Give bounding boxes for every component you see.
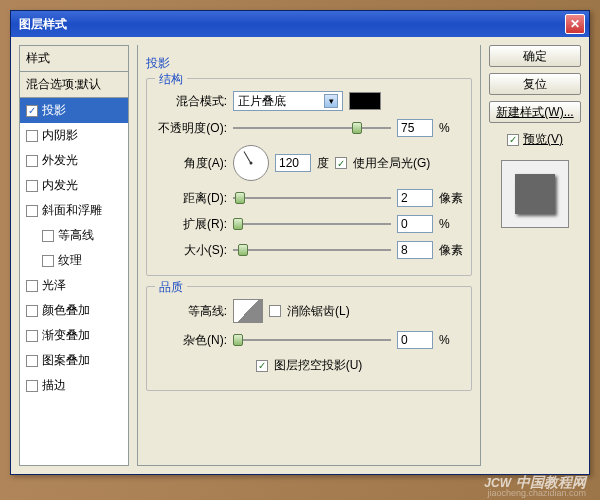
style-checkbox[interactable]: [26, 280, 38, 292]
layer-style-dialog: 图层样式 ✕ 样式 混合选项:默认 ✓投影内阴影外发光内发光斜面和浮雕等高线纹理…: [10, 10, 590, 475]
global-light-checkbox[interactable]: ✓: [335, 157, 347, 169]
style-checkbox[interactable]: [26, 180, 38, 192]
style-checkbox[interactable]: [42, 255, 54, 267]
style-item[interactable]: 斜面和浮雕: [20, 198, 128, 223]
distance-input[interactable]: [397, 189, 433, 207]
shadow-color-swatch[interactable]: [349, 92, 381, 110]
angle-dial[interactable]: [233, 145, 269, 181]
style-item-label: 图案叠加: [42, 352, 90, 369]
blend-defaults[interactable]: 混合选项:默认: [20, 72, 128, 98]
structure-fieldset: 结构 混合模式: 正片叠底 ▾ 不透明度(O): % 角度(A):: [146, 78, 472, 276]
knockout-label[interactable]: 图层挖空投影(U): [274, 357, 363, 374]
noise-input[interactable]: [397, 331, 433, 349]
style-item-label: 颜色叠加: [42, 302, 90, 319]
blend-mode-label: 混合模式:: [155, 93, 227, 110]
distance-slider[interactable]: [233, 190, 391, 206]
style-checkbox[interactable]: [26, 205, 38, 217]
style-item[interactable]: 描边: [20, 373, 128, 398]
style-item[interactable]: ✓投影: [20, 98, 128, 123]
style-item-label: 光泽: [42, 277, 66, 294]
styles-list: 样式 混合选项:默认 ✓投影内阴影外发光内发光斜面和浮雕等高线纹理光泽颜色叠加渐…: [19, 45, 129, 466]
style-item-label: 外发光: [42, 152, 78, 169]
style-item[interactable]: 内发光: [20, 173, 128, 198]
contour-label: 等高线:: [155, 303, 227, 320]
size-slider[interactable]: [233, 242, 391, 258]
opacity-label: 不透明度(O):: [155, 120, 227, 137]
opacity-unit: %: [439, 121, 463, 135]
new-style-button[interactable]: 新建样式(W)...: [489, 101, 581, 123]
antialias-label[interactable]: 消除锯齿(L): [287, 303, 350, 320]
style-item-label: 描边: [42, 377, 66, 394]
spread-unit: %: [439, 217, 463, 231]
antialias-checkbox[interactable]: [269, 305, 281, 317]
style-item[interactable]: 纹理: [20, 248, 128, 273]
titlebar[interactable]: 图层样式 ✕: [11, 11, 589, 37]
spread-label: 扩展(R):: [155, 216, 227, 233]
style-checkbox[interactable]: [26, 355, 38, 367]
chevron-down-icon: ▾: [324, 94, 338, 108]
style-item[interactable]: 图案叠加: [20, 348, 128, 373]
global-light-label[interactable]: 使用全局光(G): [353, 155, 430, 172]
blend-mode-select[interactable]: 正片叠底 ▾: [233, 91, 343, 111]
preview-swatch: [515, 174, 555, 214]
noise-slider[interactable]: [233, 332, 391, 348]
size-input[interactable]: [397, 241, 433, 259]
style-item[interactable]: 内阴影: [20, 123, 128, 148]
knockout-checkbox[interactable]: ✓: [256, 360, 268, 372]
style-checkbox[interactable]: [26, 330, 38, 342]
style-item-label: 斜面和浮雕: [42, 202, 102, 219]
style-item[interactable]: 光泽: [20, 273, 128, 298]
style-checkbox[interactable]: [26, 130, 38, 142]
style-item-label: 内阴影: [42, 127, 78, 144]
contour-swatch[interactable]: [233, 299, 263, 323]
style-item-label: 纹理: [58, 252, 82, 269]
preview-label[interactable]: 预览(V): [523, 131, 563, 148]
distance-unit: 像素: [439, 190, 463, 207]
noise-label: 杂色(N):: [155, 332, 227, 349]
ok-button[interactable]: 确定: [489, 45, 581, 67]
angle-unit: 度: [317, 155, 329, 172]
close-button[interactable]: ✕: [565, 14, 585, 34]
opacity-input[interactable]: [397, 119, 433, 137]
dialog-body: 样式 混合选项:默认 ✓投影内阴影外发光内发光斜面和浮雕等高线纹理光泽颜色叠加渐…: [11, 37, 589, 474]
quality-fieldset: 品质 等高线: 消除锯齿(L) 杂色(N): % ✓ 图层挖空投影(U): [146, 286, 472, 391]
styles-header: 样式: [20, 46, 128, 72]
cancel-button[interactable]: 复位: [489, 73, 581, 95]
style-item[interactable]: 颜色叠加: [20, 298, 128, 323]
style-checkbox[interactable]: [26, 380, 38, 392]
style-checkbox[interactable]: [26, 155, 38, 167]
spread-slider[interactable]: [233, 216, 391, 232]
style-checkbox[interactable]: [42, 230, 54, 242]
settings-panel: 投影 结构 混合模式: 正片叠底 ▾ 不透明度(O): %: [137, 45, 481, 466]
distance-label: 距离(D):: [155, 190, 227, 207]
style-item[interactable]: 渐变叠加: [20, 323, 128, 348]
style-item[interactable]: 等高线: [20, 223, 128, 248]
quality-legend: 品质: [155, 279, 187, 296]
angle-label: 角度(A):: [155, 155, 227, 172]
style-item-label: 内发光: [42, 177, 78, 194]
style-item-label: 投影: [42, 102, 66, 119]
style-item[interactable]: 外发光: [20, 148, 128, 173]
style-item-label: 渐变叠加: [42, 327, 90, 344]
size-label: 大小(S):: [155, 242, 227, 259]
preview-box: [501, 160, 569, 228]
blend-mode-value: 正片叠底: [238, 93, 286, 110]
opacity-slider[interactable]: [233, 120, 391, 136]
angle-input[interactable]: [275, 154, 311, 172]
right-panel: 确定 复位 新建样式(W)... ✓ 预览(V): [489, 45, 581, 466]
style-checkbox[interactable]: ✓: [26, 105, 38, 117]
structure-legend: 结构: [155, 71, 187, 88]
settings-title: 投影: [146, 53, 472, 78]
style-item-label: 等高线: [58, 227, 94, 244]
spread-input[interactable]: [397, 215, 433, 233]
noise-unit: %: [439, 333, 463, 347]
window-title: 图层样式: [15, 16, 565, 33]
style-checkbox[interactable]: [26, 305, 38, 317]
size-unit: 像素: [439, 242, 463, 259]
preview-checkbox[interactable]: ✓: [507, 134, 519, 146]
